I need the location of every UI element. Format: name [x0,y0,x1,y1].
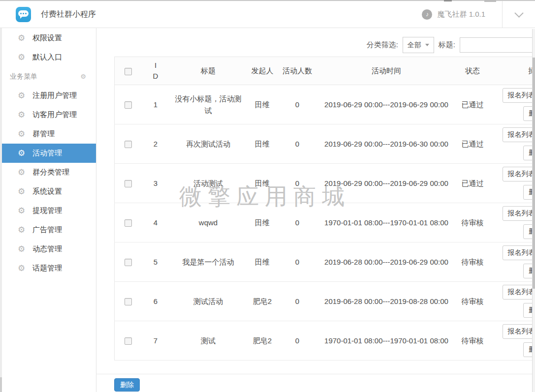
brand-icon: ♪ [422,9,432,20]
sidebar-item[interactable]: ⚙ 话题管理 [0,259,96,278]
cell-participants: 0 [278,203,316,242]
sidebar-nav: ⚙ 权限设置 ⚙ 默认入口 业务菜单 ⚙ [0,28,96,278]
title-search-input[interactable] [460,37,535,53]
filter-bar: 分类筛选: 全部 标题: 搜索 [114,37,535,53]
sidebar-item[interactable]: ⚙ 提现管理 [0,201,96,220]
signup-list-button[interactable]: 报名列表 [503,167,535,181]
cell-title: 测试 [170,321,247,361]
column-header-initiator: 发起人 [247,57,278,85]
row-actions: 报名列表 编辑 删除 [493,245,535,278]
cell-title: 活动测试 [170,164,247,203]
cell-id: 4 [141,203,170,242]
sidebar-item[interactable]: ⚙ 系统设置 [0,182,96,201]
table-row: 2 再次测试活动 田维 0 2019-06-29 00:00---2019-06… [115,124,535,164]
sidebar-item-label: 群管理 [32,129,55,139]
sidebar-item-label: 默认入口 [32,53,62,62]
category-select[interactable]: 全部 [403,37,434,53]
sidebar-item[interactable]: ⚙ 活动管理 [0,144,96,163]
row-checkbox[interactable] [125,219,132,227]
cell-title: 测试活动 [170,282,247,321]
page-scrollbar-thumb[interactable] [533,58,535,289]
sidebar-item[interactable]: ⚙ 访客用户管理 [0,105,96,124]
row-checkbox[interactable] [125,298,132,305]
chat-bubble-icon [18,10,29,17]
cell-time: 1970-01-01 08:00---1970-01-01 08:00 [316,321,456,361]
sidebar-item-label: 活动管理 [32,149,62,158]
cell-status: 待审核 [456,242,489,282]
gear-icon: ⚙ [18,53,27,61]
sidebar-item[interactable]: ⚙ 权限设置 [0,29,96,48]
cell-id: 3 [141,164,170,203]
cell-participants: 0 [278,164,316,203]
cell-id: 1 [141,85,170,124]
row-checkbox[interactable] [125,337,132,345]
page-scrollbar[interactable] [532,29,535,392]
brand-name-version: 魔飞社群 1.0.1 [437,10,485,19]
signup-list-button[interactable]: 报名列表 [503,324,535,339]
cell-participants: 0 [278,321,316,361]
cell-initiator: 肥皂2 [247,282,278,321]
table-row: 1 没有小标题，活动测试 田维 0 2019-06-29 00:00---201… [115,85,535,124]
signup-list-button[interactable]: 报名列表 [503,127,535,142]
sidebar-section-label: 业务菜单 [10,72,37,81]
signup-list-button[interactable]: 报名列表 [503,285,535,300]
gear-icon: ⚙ [18,264,27,272]
gear-icon: ⚙ [18,34,27,42]
gear-icon: ⚙ [18,207,27,215]
cell-status: 已通过 [456,164,489,203]
table-header-row: ID 标题 发起人 活动人数 活动时间 状态 操作 [115,57,535,85]
sidebar-item-label: 权限设置 [32,33,62,43]
cell-status: 已通过 [456,85,489,124]
app-logo-icon [16,7,31,22]
row-actions: 报名列表 编辑 删除 [493,285,535,318]
sidebar-item-label: 广告管理 [32,225,62,235]
sidebar-item-label: 提现管理 [32,206,62,215]
row-checkbox[interactable] [125,101,132,109]
sidebar-item[interactable]: ⚙ 群管理 [0,124,96,144]
gear-icon: ⚙ [18,130,27,138]
row-checkbox[interactable] [125,141,132,148]
cell-participants: 0 [278,85,316,124]
sidebar-item-label: 群分类管理 [32,168,69,177]
category-filter-label: 分类筛选: [367,40,398,50]
footer-divider [96,374,535,374]
sidebar-item[interactable]: ⚙ 默认入口 [0,48,96,67]
sidebar-item[interactable]: ⚙ 注册用户管理 [0,86,96,105]
sidebar-item[interactable]: ⚙ 广告管理 [0,220,96,240]
screen-top-border [0,0,535,1]
row-checkbox[interactable] [125,259,132,266]
signup-list-button[interactable]: 报名列表 [503,88,535,103]
activities-table: ID 标题 发起人 活动人数 活动时间 状态 操作 1 [114,57,535,361]
module-switch-toggle[interactable] [502,1,535,28]
gear-icon: ⚙ [18,91,27,100]
signup-list-button[interactable]: 报名列表 [503,245,535,260]
sidebar-scrollbar-thumb[interactable] [0,377,2,392]
signup-list-button[interactable]: 报名列表 [503,206,535,221]
title-filter-label: 标题: [439,40,455,50]
sidebar-item[interactable]: ⚙ 群分类管理 [0,163,96,182]
page-title: 付费社群小程序 [41,9,96,20]
cell-id: 5 [141,242,170,282]
sidebar-scrollbar[interactable] [0,28,2,392]
sidebar-item-label: 注册用户管理 [32,91,77,100]
select-all-checkbox[interactable] [125,68,132,75]
cropped-edge-artifact [444,0,452,1]
table-row: 7 测试 肥皂2 0 1970-01-01 08:00---1970-01-01… [115,321,535,361]
bulk-delete-button[interactable]: 删除 [114,378,140,392]
gear-icon: ⚙ [18,149,27,157]
cell-title: 没有小标题，活动测试 [170,85,247,124]
cell-status: 待审核 [456,321,489,361]
row-actions: 报名列表 编辑 删除 [493,88,535,121]
cell-status: 待审核 [456,282,489,321]
row-checkbox[interactable] [125,180,132,187]
app-window: 付费社群小程序 ♪ 魔飞社群 1.0.1 ⚙ [0,0,535,392]
section-gear-icon[interactable]: ⚙ [80,73,86,80]
sidebar-item[interactable]: ⚙ 动态管理 [0,240,96,259]
row-actions: 报名列表 编辑 删除 [493,127,535,160]
cell-id: 7 [141,321,170,361]
cell-status: 已通过 [456,124,489,164]
table-row: 6 测试活动 肥皂2 0 2019-06-28 00:00---2019-08-… [115,282,535,321]
cell-id: 2 [141,124,170,164]
cell-time: 2019-06-29 00:00---2019-06-30 00:00 [316,124,456,164]
app-header: 付费社群小程序 ♪ 魔飞社群 1.0.1 [0,1,535,28]
